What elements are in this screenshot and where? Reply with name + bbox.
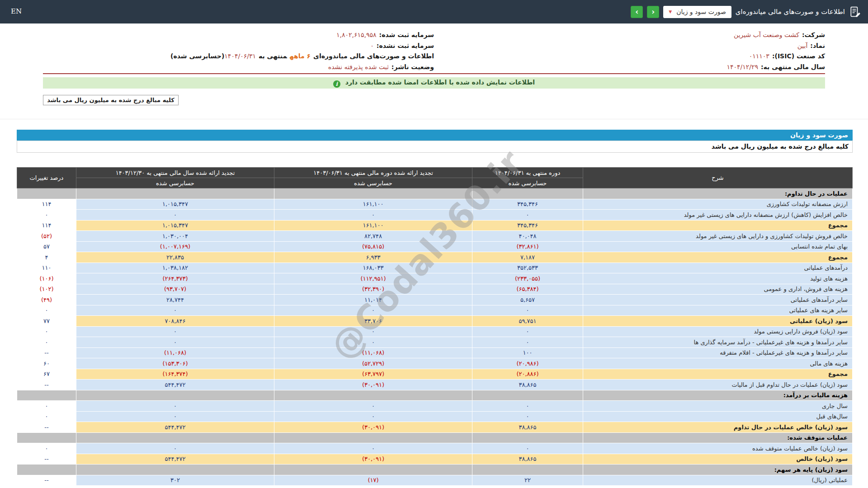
row-value: ۰ [274,210,472,221]
row-value: ۰ [274,326,472,337]
chevron-left-icon: ‹ [651,7,655,16]
row-value: (۱۱,۰۶۸) [274,347,472,358]
info-label: سال مالی منتهی به: [761,63,825,70]
row-value: ۰ [274,401,472,412]
chevron-right-icon: › [635,7,638,16]
row-value: (۱,۰۰۷,۱۶۹) [76,241,274,252]
banner-text: اطلاعات نمایش داده شده با اطلاعات امضا ش… [345,79,535,86]
row-label: سایر درآمدها و هزینه های غیرعملیاتی - اق… [583,347,853,358]
row-value [76,465,274,475]
row-value: ۰ [76,326,274,337]
row-label: سود (زیان) عملیاتی [583,316,853,327]
row-value [274,188,472,199]
row-value: ۰ [472,411,583,422]
row-value [76,390,274,401]
row-value: ۰ [274,305,472,316]
row-label: سایر هزینه های عملیاتی [583,305,853,316]
row-label: سود (زیان) خالص [583,454,853,465]
info-label: شرکت: [802,31,825,38]
row-percent-change: ۰ [17,411,76,422]
dropdown-caret-icon: ▼ [669,10,672,14]
info-value: کشت وصنعت آب شیرین [734,31,799,38]
period-audited: (حسابرسی شده) [170,52,224,60]
row-value: ۰ [76,305,274,316]
row-value: ۰ [472,326,583,337]
statements-icon [849,6,861,18]
row-label: مجموع [583,220,853,231]
table-row: سود (زیان) عملیات در حال تداوم قبل از ما… [17,380,853,390]
row-value [472,390,583,401]
isic-row: کد صنعت (ISIC):۰۱۱۱۰۳ [434,51,825,62]
row-label: عملیاتی (ریال) [583,475,853,486]
row-value: ۱۶۱,۱۰۰ [274,220,472,231]
row-value: (۳۲,۳۹۰) [274,284,472,295]
unit-note-box: کلیه مبالغ درج شده به میلیون ریال می باش… [43,95,179,105]
table-section-row: عملیات در حال تداوم: [17,188,853,199]
row-value [76,188,274,199]
row-value: ۰ [76,401,274,412]
info-icon: i [333,80,340,88]
info-value: ۰ [370,42,374,49]
row-value: ۰ [274,411,472,422]
row-percent-change: -- [17,380,76,390]
row-label: مجموع [583,369,853,380]
row-value: ۰ [472,305,583,316]
section-divider [0,119,868,119]
row-value: (۲۰,۸۸۶) [472,369,583,380]
row-percent-change [17,390,76,401]
row-value [274,390,472,401]
row-value: (۲۶۴,۳۷۳) [76,273,274,284]
row-percent-change: ۱۱۴ [17,199,76,210]
table-row: هزینه های تولید(۲۳۳,۰۵۵)(۱۱۲,۹۵۱)(۲۶۴,۳۷… [17,273,853,284]
row-label: سود (زیان) پایه هر سهم: [583,465,853,475]
row-value: (۵۲,۷۲۹) [274,358,472,369]
row-percent-change: ۶۰ [17,358,76,369]
row-value: ۱,۰۱۵,۳۴۷ [76,199,274,210]
row-value: ۷۰۸,۸۴۶ [76,316,274,327]
row-value [274,432,472,443]
statement-type-dropdown[interactable]: صورت سود و زیان ▼ [663,6,731,18]
row-value: ۱,۰۳۸,۱۸۲ [76,263,274,273]
row-label: هزینه های مالی [583,358,853,369]
prev-period-button[interactable]: ‹ [647,6,659,18]
row-value: (۳۰,۰۹۱) [274,422,472,433]
row-value: ۰ [76,337,274,348]
table-row: سال‌های قبل۰۰۰۰ [17,411,853,422]
red-divider [43,73,825,74]
row-label: سایر درآمدها و هزینه های غیرعملیاتی - در… [583,337,853,348]
table-row: ارزش منصفانه تولیدات کشاورزی۳۴۵,۳۴۶۱۶۱,۱… [17,199,853,210]
row-label: هزینه های تولید [583,273,853,284]
table-row: بهای تمام شده انتسابی(۳۲,۸۶۱)(۷۵,۸۱۵)(۱,… [17,241,853,252]
next-period-button[interactable]: › [631,6,643,18]
row-percent-change: ۱۱۴ [17,220,76,231]
table-row: سایر درآمدها و هزینه های غیرعملیاتی - در… [17,337,853,348]
info-label: سرمایه ثبت شده: [379,31,434,38]
row-value: ۱۶۱,۱۰۰ [274,199,472,210]
topbar-title: اطلاعات و صورت‌های مالی میاندوره‌ای [736,8,845,16]
row-percent-change [17,188,76,199]
row-value: ۷,۱۸۷ [472,252,583,263]
row-label: سود (زیان) خالص عملیات در حال تداوم [583,422,853,433]
row-value: ۱۶۸,۰۳۳ [274,263,472,273]
subheader-audited: حسابرسی شده [76,178,274,188]
row-label: بهای تمام شده انتسابی [583,241,853,252]
period-middle: منتهی به [259,52,287,60]
row-percent-change: ۴ [17,252,76,263]
row-value: ۰ [76,210,274,221]
signature-match-banner: اطلاعات نمایش داده شده با اطلاعات امضا ش… [43,77,825,89]
row-percent-change: ۰ [17,337,76,348]
table-row: مجموع۳۴۵,۳۴۶۱۶۱,۱۰۰۱,۰۱۵,۳۴۷۱۱۴ [17,220,853,231]
row-label: هزینه های فروش، اداری و عمومی [583,284,853,295]
row-value: (۹۳,۷۰۷) [76,284,274,295]
en-language-link[interactable]: EN [11,7,22,15]
row-value: ۰ [76,411,274,422]
col-header-restated-year: تجدید ارائه شده سال مالی منتهی به ۱۴۰۳/۱… [76,168,274,178]
col-header-description: شرح [583,168,853,188]
row-percent-change: -- [17,454,76,465]
col-header-current-period: دوره منتهی به ۱۴۰۴/۰۶/۳۱ [472,168,583,178]
table-row: سایر درآمدهای عملیاتی۵,۶۵۷۱۱,۰۱۴۲۸,۷۴۴(۴… [17,295,853,305]
row-percent-change: ۵۷ [17,241,76,252]
row-value: ۱,۰۳۰,۰۰۴ [76,231,274,242]
row-value: ۵۴۴,۴۷۲ [76,454,274,465]
row-value: ۰ [274,337,472,348]
